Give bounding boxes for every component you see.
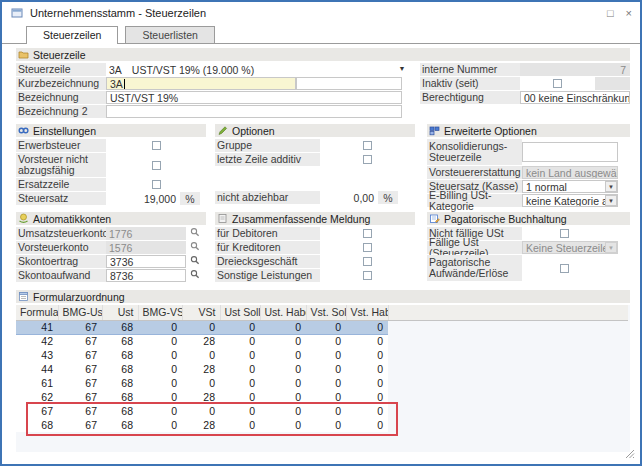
tab-steuerlisten[interactable]: Steuerlisten [125, 26, 214, 43]
table-cell[interactable]: 68 [102, 390, 138, 404]
table-cell[interactable]: 0 [138, 334, 182, 348]
table-cell[interactable]: 0 [182, 404, 220, 418]
table-cell[interactable]: 0 [260, 390, 306, 404]
table-cell[interactable]: 0 [182, 320, 220, 334]
steuerzeile-combobox[interactable]: 3A UST/VST 19% (19.000 %) ▼ [106, 63, 408, 76]
table-row[interactable]: 676768000000 [16, 404, 628, 418]
table-cell[interactable]: 0 [260, 334, 306, 348]
table-cell[interactable]: 0 [220, 320, 260, 334]
table-cell[interactable]: 28 [182, 418, 220, 432]
table-cell[interactable]: 0 [138, 404, 182, 418]
table-cell[interactable]: 0 [220, 404, 260, 418]
bezeichnung-input[interactable]: UST/VST 19% [106, 91, 402, 104]
table-cell[interactable]: 0 [306, 362, 346, 376]
table-cell[interactable]: 0 [138, 320, 182, 334]
table-cell[interactable]: 0 [346, 390, 388, 404]
resize-grip[interactable] [624, 448, 635, 461]
column-header[interactable]: BMG-VSt [138, 305, 182, 320]
table-cell[interactable]: 0 [260, 320, 306, 334]
table-cell[interactable]: 0 [306, 348, 346, 362]
column-header[interactable]: Formulare [16, 305, 58, 320]
table-row[interactable]: 416768000000 [16, 320, 628, 334]
table-cell[interactable]: 67 [58, 390, 102, 404]
steuersatz-kasse-dropdown[interactable]: 1 normal ▼ [522, 180, 618, 193]
table-cell[interactable]: 68 [102, 348, 138, 362]
close-button[interactable]: × [626, 8, 632, 19]
fuer-kreditoren-checkbox[interactable] [363, 243, 372, 252]
table-cell[interactable]: 67 [58, 404, 102, 418]
table-row[interactable]: 6267680280000 [16, 390, 628, 404]
lookup-icon[interactable] [190, 255, 200, 268]
lookup-icon[interactable] [190, 241, 200, 254]
kurzbezeichnung-input[interactable]: 3A [106, 77, 296, 90]
inaktiv-checkbox[interactable] [553, 79, 562, 88]
table-cell[interactable]: 67 [58, 362, 102, 376]
table-cell[interactable]: 43 [16, 348, 58, 362]
column-header[interactable]: Ust [102, 305, 138, 320]
table-cell[interactable]: 68 [16, 418, 58, 432]
bezeichnung2-input[interactable] [106, 105, 402, 118]
table-cell[interactable]: 28 [182, 362, 220, 376]
table-cell[interactable]: 67 [58, 418, 102, 432]
sonstige-leistungen-checkbox[interactable] [363, 271, 372, 280]
table-cell[interactable]: 68 [102, 376, 138, 390]
ebilling-dropdown[interactable]: keine Kategorie ausgewäh ▼ [522, 194, 618, 207]
column-header[interactable]: VSt [182, 305, 220, 320]
dreiecksgeschaeft-checkbox[interactable] [363, 257, 372, 266]
table-cell[interactable]: 0 [306, 376, 346, 390]
table-cell[interactable]: 0 [220, 362, 260, 376]
lookup-icon[interactable] [190, 227, 200, 240]
table-cell[interactable]: 0 [138, 376, 182, 390]
table-cell[interactable]: 68 [102, 418, 138, 432]
table-cell[interactable]: 0 [306, 320, 346, 334]
table-cell[interactable]: 61 [16, 376, 58, 390]
column-header[interactable]: Ust. Haben [260, 305, 306, 320]
column-header[interactable]: Vst. Haben [346, 305, 388, 320]
table-cell[interactable]: 0 [138, 390, 182, 404]
table-cell[interactable]: 28 [182, 334, 220, 348]
vorsteuer-nicht-abzugsfaehig-checkbox[interactable] [152, 161, 161, 170]
gruppe-checkbox[interactable] [363, 141, 372, 150]
table-cell[interactable]: 0 [306, 390, 346, 404]
table-cell[interactable]: 0 [260, 404, 306, 418]
table-row[interactable]: 4267680280000 [16, 334, 628, 348]
fuer-debitoren-checkbox[interactable] [363, 229, 372, 238]
table-cell[interactable]: 0 [346, 334, 388, 348]
skontoaufwand-input[interactable]: 8736 [106, 269, 186, 282]
erwerbsteuer-checkbox[interactable] [152, 141, 161, 150]
table-cell[interactable]: 0 [346, 404, 388, 418]
kurzbezeichnung-extra-input[interactable] [296, 77, 402, 90]
table-cell[interactable]: 0 [346, 418, 388, 432]
table-cell[interactable]: 67 [16, 404, 58, 418]
berechtigung-dropdown[interactable]: 00 keine Einschränkung ▼ [520, 91, 630, 104]
table-row[interactable]: 6867680280000 [16, 418, 628, 432]
letzte-zeile-additiv-checkbox[interactable] [363, 155, 372, 164]
table-cell[interactable]: 28 [182, 390, 220, 404]
table-cell[interactable]: 0 [306, 404, 346, 418]
steuersatz-value[interactable]: 19,000 [106, 192, 180, 205]
table-cell[interactable]: 0 [260, 362, 306, 376]
table-cell[interactable]: 0 [220, 390, 260, 404]
table-cell[interactable]: 0 [182, 376, 220, 390]
table-cell[interactable]: 0 [138, 362, 182, 376]
lookup-icon[interactable] [190, 269, 200, 282]
table-cell[interactable]: 0 [306, 418, 346, 432]
table-row[interactable]: 616768000000 [16, 376, 628, 390]
table-cell[interactable]: 44 [16, 362, 58, 376]
chevron-down-icon[interactable]: ▼ [605, 195, 617, 206]
table-cell[interactable]: 67 [58, 334, 102, 348]
table-cell[interactable]: 0 [260, 376, 306, 390]
column-header[interactable]: Ust Soll [220, 305, 260, 320]
table-cell[interactable]: 68 [102, 362, 138, 376]
maximize-button[interactable]: □ [607, 8, 614, 19]
table-cell[interactable]: 0 [138, 418, 182, 432]
table-cell[interactable]: 0 [220, 376, 260, 390]
nicht-abziehbar-value[interactable]: 0,00 [320, 191, 378, 204]
table-cell[interactable]: 0 [220, 334, 260, 348]
konsolidierung-input[interactable] [522, 142, 618, 162]
chevron-down-icon[interactable]: ▼ [396, 63, 408, 76]
table-cell[interactable]: 42 [16, 334, 58, 348]
table-cell[interactable]: 67 [58, 348, 102, 362]
column-header[interactable]: BMG-Ust [58, 305, 102, 320]
chevron-down-icon[interactable]: ▼ [605, 181, 617, 192]
